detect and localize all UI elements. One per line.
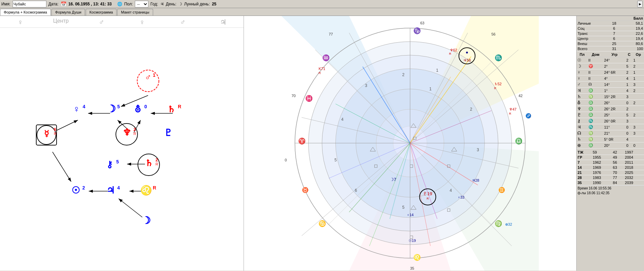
- svg-text:♉: ♉: [302, 187, 309, 193]
- svg-text:1: 1: [436, 68, 438, 73]
- svg-text:1: 1: [429, 87, 432, 91]
- svg-text:♂: ♂: [145, 72, 151, 82]
- svg-text:♀14: ♀14: [407, 213, 414, 217]
- period-row: ГР 1955 49 2004: [577, 155, 644, 160]
- node-mercury6r: ☿ 6 R: [36, 125, 57, 145]
- col-header-1: ♀: [0, 18, 41, 27]
- svg-text:42: 42: [519, 94, 523, 98]
- svg-text:♃58: ♃58: [463, 58, 471, 62]
- svg-text:☽7: ☽7: [390, 177, 396, 182]
- pol-label: Пол:: [124, 2, 133, 6]
- date-value: 16. 06.1955 , 13: 41: 33: [68, 2, 112, 6]
- right-panel: Балл Личные 18 58,1 Соц 6 19,4 Транс 7 2…: [576, 16, 644, 271]
- tab-formula-dushi[interactable]: Формула Души: [51, 9, 85, 16]
- top-bar: Имя: Дата: 📅 16. 06.1955 , 13: 41: 33 🌐 …: [0, 0, 644, 8]
- svg-text:R: R: [133, 132, 136, 136]
- svg-text:4: 4: [341, 117, 344, 122]
- svg-text:2: 2: [133, 127, 136, 132]
- svg-text:R: R: [494, 87, 497, 90]
- pol-select[interactable]: -- М Ж: [135, 1, 148, 7]
- scroll-right-btn[interactable]: ▶: [637, 1, 643, 7]
- god-symbol: ♃: [160, 2, 164, 6]
- name-input[interactable]: [13, 1, 46, 7]
- svg-text:♐: ♐: [525, 113, 532, 119]
- tab-formula-kosmo[interactable]: Формула + Космограмма: [0, 9, 51, 16]
- planet-col-s: С: [626, 52, 633, 57]
- periods-table: ТЖ 59 42 1997 ГР 1955 49 2004 7 1962 56 …: [577, 150, 644, 185]
- svg-text:R: R: [427, 197, 429, 200]
- svg-text:R: R: [509, 112, 512, 115]
- svg-text:R: R: [153, 185, 156, 190]
- svg-text:3: 3: [365, 83, 367, 88]
- svg-text:R: R: [319, 71, 321, 75]
- svg-text:70: 70: [292, 94, 296, 98]
- svg-text:♌: ♌: [140, 185, 152, 196]
- node-venus4: ♀ 4: [73, 104, 86, 114]
- svg-text:♌: ♌: [413, 254, 421, 261]
- svg-text:☉: ☉: [71, 185, 80, 196]
- svg-text:R: R: [54, 132, 57, 136]
- svg-text:0: 0: [285, 158, 287, 162]
- svg-text:2: 2: [82, 185, 85, 190]
- period-row: 21 1976 70 2025: [577, 170, 644, 175]
- node-mars1: ♂ 1: [137, 70, 159, 92]
- planet-row: ♄ ♍ 15° 2R 3: [577, 94, 644, 100]
- name-label: Имя:: [1, 2, 11, 6]
- svg-text:☽: ☽: [107, 103, 116, 114]
- planets-table: Пл Дом Угр С Ор ☉ II 24° 2 1 ☽ ♈ 2° 5 2 …: [577, 52, 644, 149]
- svg-text:●: ●: [466, 50, 469, 55]
- svg-text:♎: ♎: [515, 137, 523, 145]
- svg-text:♍: ♍: [495, 220, 502, 227]
- svg-text:77: 77: [329, 32, 333, 36]
- svg-text:3: 3: [477, 148, 479, 152]
- node-chiron5: ⚷ 5: [106, 159, 119, 170]
- node-moon5: ☽ 5: [107, 103, 120, 114]
- svg-text:R: R: [178, 104, 181, 109]
- svg-text:R: R: [155, 162, 158, 166]
- svg-text:2: 2: [470, 107, 472, 112]
- period-row: 28 1983 77 2032: [577, 175, 644, 180]
- chart-area: 1 2 3 4 5 6 5 4 3 2 1 63 56 42 0 35 77 7…: [244, 16, 576, 271]
- period-row: ТЖ 59 42 1997: [577, 150, 644, 155]
- svg-text:♄: ♄: [167, 104, 175, 114]
- tab-kosmo[interactable]: Космограмма: [86, 9, 117, 16]
- score-row: Центр 6 19,4: [577, 36, 644, 41]
- svg-text:⚷: ⚷: [106, 159, 113, 170]
- planet-row: ☉ II 24° 2 1: [577, 57, 644, 63]
- period-row: 35 1990 84 2039: [577, 180, 644, 185]
- planet-row: ☽ ♈ 2° 5 2: [577, 63, 644, 69]
- svg-text:♆47: ♆47: [509, 107, 517, 111]
- node-moon-bottom: ☽: [142, 215, 151, 226]
- date-label: Дата:: [48, 2, 59, 6]
- score-row: Соц 6 19,4: [577, 26, 644, 31]
- svg-text:♀33: ♀33: [458, 195, 465, 199]
- svg-text:0: 0: [144, 104, 147, 109]
- planet-row: ♀ II 24° 6R 2 1: [577, 69, 644, 75]
- calendar-icon[interactable]: 📅: [61, 1, 66, 7]
- svg-text:63: 63: [420, 21, 424, 25]
- planet-row: ♆ ♎ 26° 2R 2: [577, 106, 644, 112]
- svg-line-7: [53, 152, 71, 182]
- svg-line-6: [57, 120, 78, 130]
- svg-text:♄52: ♄52: [494, 82, 502, 86]
- svg-text:♋: ♋: [318, 220, 326, 227]
- planet-row: ⛢ ♎ 26° 0 2: [577, 100, 644, 106]
- planet-row: ♃ ♎ 1° 4 2: [577, 88, 644, 94]
- svg-text:6: 6: [355, 188, 357, 193]
- tab-maket[interactable]: Макет страницы: [117, 9, 153, 16]
- svg-text:♇19: ♇19: [423, 191, 432, 196]
- column-headers: ♀ Центр ♂ ♀ ♂ ♃: [0, 16, 244, 28]
- planet-col-ugr: Угр: [603, 52, 626, 57]
- svg-text:56: 56: [492, 32, 496, 36]
- svg-text:4: 4: [83, 104, 85, 109]
- svg-text:K71: K71: [319, 67, 326, 71]
- planet-row: ♃ ♏ 11° 0 3: [577, 124, 644, 130]
- svg-text:♈: ♈: [298, 137, 306, 145]
- svg-text:4: 4: [117, 185, 120, 190]
- svg-text:6: 6: [54, 127, 56, 132]
- svg-text:♏: ♏: [495, 54, 502, 62]
- astro-chart-svg: 1 2 3 4 5 6 5 4 3 2 1 63 56 42 0 35 77 7…: [244, 16, 576, 271]
- score-row: Личные 18 58,1: [577, 21, 644, 26]
- lunday-label: Лунный день:: [184, 2, 210, 6]
- svg-text:♓: ♓: [305, 95, 313, 102]
